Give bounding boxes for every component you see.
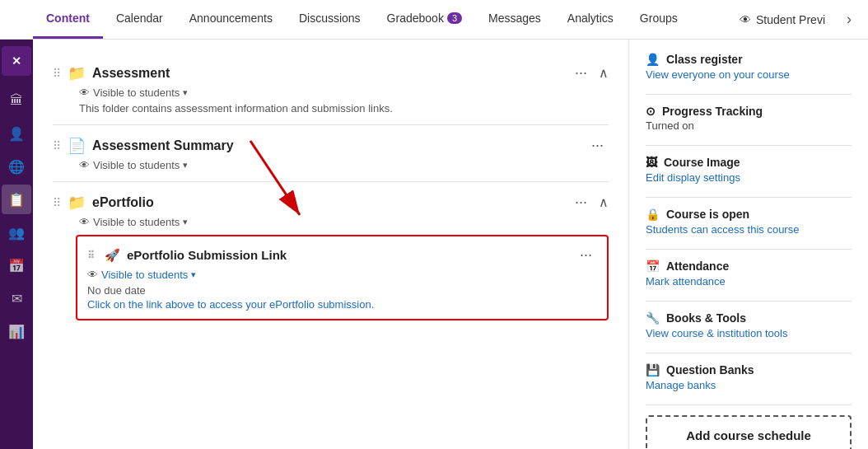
drag-handle-eportfolio[interactable]: ⠿ bbox=[53, 196, 61, 209]
submission-link-title-row: ⠿ 🚀 ePortfolio Submission Link bbox=[87, 248, 287, 263]
attendance-icon: 📅 bbox=[646, 260, 660, 273]
eye-icon-eportfolio: 👁 bbox=[79, 216, 90, 228]
content-item-assessment: ⠿ 📁 Assessment ··· ∧ 👁 Visible to studen… bbox=[53, 53, 609, 124]
sidebar-icon-messages[interactable]: ✉ bbox=[2, 283, 31, 313]
course-open-title: 🔒 Course is open bbox=[646, 208, 852, 221]
progress-tracking-section: ⊙ Progress Tracking Turned on bbox=[646, 105, 852, 132]
eye-icon: 👁 bbox=[740, 13, 751, 26]
folder-icon-eportfolio: 📁 bbox=[68, 194, 86, 212]
assessment-summary-visibility-text[interactable]: Visible to students bbox=[93, 159, 180, 171]
divider-5 bbox=[646, 301, 852, 302]
assessment-collapse-button[interactable]: ∧ bbox=[599, 65, 609, 81]
sidebar-icon-user[interactable]: 👤 bbox=[2, 119, 31, 148]
submission-link-visibility-text[interactable]: Visible to students bbox=[101, 269, 188, 281]
attendance-section: 📅 Attendance Mark attendance bbox=[646, 260, 852, 288]
drag-handle-summary[interactable]: ⠿ bbox=[53, 139, 61, 152]
assessment-summary-visibility-dropdown[interactable]: ▾ bbox=[183, 160, 188, 171]
sidebar-icon-content[interactable]: 📋 bbox=[2, 185, 31, 214]
question-banks-section: 💾 Question Banks Manage banks bbox=[646, 363, 852, 391]
sidebar-icon-institution[interactable]: 🏛 bbox=[2, 86, 31, 115]
eportfolio-visibility-row: 👁 Visible to students ▾ bbox=[79, 216, 609, 228]
sidebar-icon-analytics[interactable]: 📊 bbox=[2, 316, 31, 346]
assessment-summary-more-button[interactable]: ··· bbox=[586, 135, 609, 156]
submission-link-header: ⠿ 🚀 ePortfolio Submission Link ··· bbox=[87, 245, 597, 265]
tab-messages[interactable]: Messages bbox=[475, 0, 554, 39]
books-tools-link[interactable]: View course & institution tools bbox=[646, 327, 787, 339]
class-register-icon: 👤 bbox=[646, 53, 660, 66]
divider-3 bbox=[646, 197, 852, 198]
assessment-header: ⠿ 📁 Assessment ··· ∧ bbox=[53, 63, 609, 83]
assessment-summary-visibility-row: 👁 Visible to students ▾ bbox=[79, 159, 609, 171]
assessment-visibility-dropdown[interactable]: ▾ bbox=[183, 87, 188, 98]
tab-analytics[interactable]: Analytics bbox=[554, 0, 627, 39]
student-preview-button[interactable]: 👁 Student Previ bbox=[731, 8, 833, 31]
student-preview-label: Student Previ bbox=[756, 13, 825, 26]
tab-groups[interactable]: Groups bbox=[627, 0, 691, 39]
assessment-visibility-text[interactable]: Visible to students bbox=[93, 87, 180, 99]
course-image-icon: 🖼 bbox=[646, 156, 657, 169]
course-image-link[interactable]: Edit display settings bbox=[646, 171, 740, 184]
course-image-section: 🖼 Course Image Edit display settings bbox=[646, 156, 852, 184]
question-banks-icon: 💾 bbox=[646, 363, 660, 377]
assessment-visibility-row: 👁 Visible to students ▾ bbox=[79, 87, 609, 99]
eye-icon-submission: 👁 bbox=[87, 269, 98, 281]
sidebar-icon-calendar[interactable]: 📅 bbox=[2, 250, 31, 280]
course-open-link[interactable]: Students can access this course bbox=[646, 223, 799, 236]
right-panel: 👤 Class register View everyone on your c… bbox=[629, 40, 868, 449]
class-register-link[interactable]: View everyone on your course bbox=[646, 68, 790, 81]
tab-calendar[interactable]: Calendar bbox=[103, 0, 176, 39]
drag-handle-submission[interactable]: ⠿ bbox=[87, 250, 95, 261]
add-course-schedule-button[interactable]: Add course schedule bbox=[646, 415, 852, 449]
eportfolio-more-button[interactable]: ··· bbox=[570, 192, 592, 213]
content-item-eportfolio: ⠿ 📁 ePortfolio ··· ∧ 👁 Visible to studen… bbox=[53, 181, 609, 330]
tab-announcements[interactable]: Announcements bbox=[176, 0, 286, 39]
books-tools-title: 🔧 Books & Tools bbox=[646, 311, 852, 325]
class-register-section: 👤 Class register View everyone on your c… bbox=[646, 53, 852, 81]
question-banks-link[interactable]: Manage banks bbox=[646, 379, 716, 391]
top-navigation: Content Calendar Announcements Discussio… bbox=[0, 0, 868, 40]
assessment-more-button[interactable]: ··· bbox=[570, 63, 592, 83]
tab-content[interactable]: Content bbox=[33, 0, 103, 39]
divider-7 bbox=[646, 405, 852, 405]
progress-tracking-icon: ⊙ bbox=[646, 105, 656, 118]
close-button[interactable]: ✕ bbox=[2, 46, 31, 76]
books-tools-icon: 🔧 bbox=[646, 311, 660, 325]
eportfolio-visibility-dropdown[interactable]: ▾ bbox=[183, 217, 188, 227]
lock-icon: 🔒 bbox=[646, 208, 660, 221]
folder-icon-assessment: 📁 bbox=[68, 64, 86, 82]
drag-handle-assessment[interactable]: ⠿ bbox=[53, 67, 61, 80]
sidebar-icon-globe[interactable]: 🌐 bbox=[2, 152, 31, 181]
tab-discussions[interactable]: Discussions bbox=[286, 0, 374, 39]
eportfolio-collapse-button[interactable]: ∧ bbox=[599, 194, 609, 210]
assessment-left: ⠿ 📁 Assessment bbox=[53, 64, 170, 82]
content-item-assessment-summary: ⠿ 📄 Assessment Summary ··· 👁 Visible to … bbox=[53, 124, 609, 181]
tab-gradebook[interactable]: Gradebook3 bbox=[374, 0, 475, 39]
eye-icon-assessment: 👁 bbox=[79, 87, 90, 99]
assessment-summary-header: ⠿ 📄 Assessment Summary ··· bbox=[53, 135, 609, 156]
submission-link-description: Click on the link above to access your e… bbox=[87, 298, 597, 311]
books-tools-section: 🔧 Books & Tools View course & institutio… bbox=[646, 311, 852, 339]
assessment-summary-title: Assessment Summary bbox=[92, 138, 234, 153]
content-area: ⠿ 📁 Assessment ··· ∧ 👁 Visible to studen… bbox=[33, 40, 629, 449]
submission-link-item: ⠿ 🚀 ePortfolio Submission Link ··· 👁 Vis… bbox=[76, 235, 609, 320]
eportfolio-left: ⠿ 📁 ePortfolio bbox=[53, 194, 154, 212]
divider-4 bbox=[646, 249, 852, 250]
submission-link-title-text: ePortfolio Submission Link bbox=[127, 248, 287, 262]
more-tabs-button[interactable]: › bbox=[840, 11, 858, 28]
document-icon-summary: 📄 bbox=[68, 137, 86, 155]
assessment-summary-left: ⠿ 📄 Assessment Summary bbox=[53, 137, 234, 155]
rocket-icon: 🚀 bbox=[105, 248, 120, 263]
eportfolio-visibility-text[interactable]: Visible to students bbox=[93, 216, 180, 228]
nav-right: 👁 Student Previ › bbox=[721, 0, 868, 39]
add-course-schedule-label: Add course schedule bbox=[686, 428, 811, 442]
submission-link-visibility-dropdown[interactable]: ▾ bbox=[191, 269, 196, 280]
submission-link-no-due-date: No due date bbox=[87, 284, 597, 297]
assessment-description: This folder contains assessment informat… bbox=[79, 102, 609, 115]
course-open-section: 🔒 Course is open Students can access thi… bbox=[646, 208, 852, 236]
sidebar-icon-groups[interactable]: 👥 bbox=[2, 217, 31, 247]
attendance-link[interactable]: Mark attendance bbox=[646, 275, 726, 288]
submission-link-more-button[interactable]: ··· bbox=[575, 245, 597, 265]
divider-6 bbox=[646, 353, 852, 353]
left-sidebar: ✕ 🏛 👤 🌐 📋 👥 📅 ✉ 📊 bbox=[0, 40, 33, 449]
submission-link-visibility-row: 👁 Visible to students ▾ bbox=[87, 269, 597, 281]
